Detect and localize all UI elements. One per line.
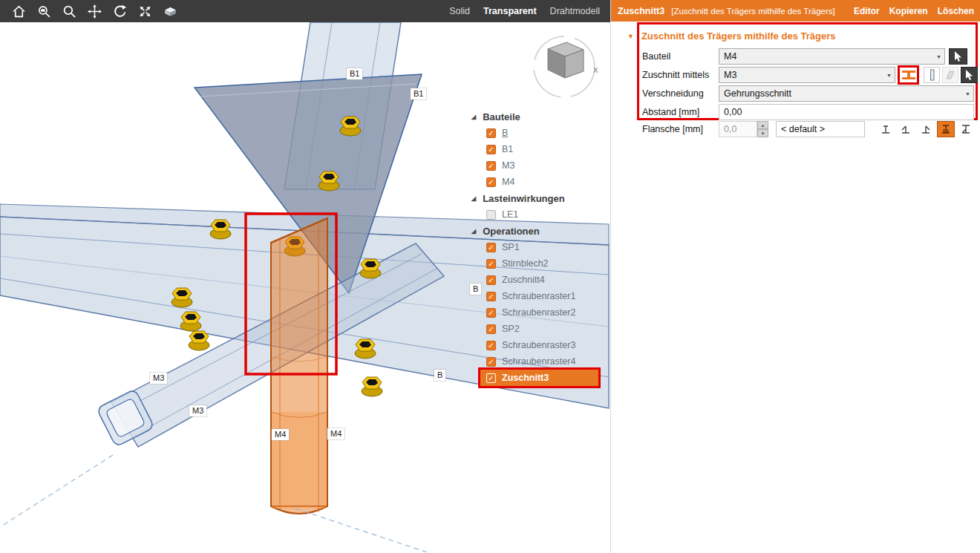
tree-item-m3[interactable]: M3 <box>466 157 607 174</box>
verschneidung-select[interactable]: Gehrungsschnitt ▼ <box>719 85 974 102</box>
expander-icon[interactable]: ◢ <box>471 195 476 202</box>
chevron-down-icon: ▼ <box>965 91 970 96</box>
form-row-verschneidung: Verschneidung Gehrungsschnitt ▼ <box>611 85 980 102</box>
checkbox[interactable] <box>486 145 496 154</box>
tree-group-label: Lasteinwirkungen <box>483 193 565 204</box>
rotate-icon <box>113 4 127 19</box>
tree-item-stirnblech2[interactable]: Stirnblech2 <box>466 255 607 272</box>
tree-item-schraubenraster4[interactable]: Schraubenraster4 <box>466 353 607 370</box>
checkbox[interactable] <box>486 292 496 301</box>
flange-cut-notch-button[interactable] <box>937 121 955 137</box>
flange-chamfer-left-icon <box>900 123 912 135</box>
tree-item-label: Stirnblech2 <box>502 258 549 269</box>
tree-group-operationen[interactable]: ◢ Operationen <box>466 223 607 239</box>
tree-item-schraubenraster1[interactable]: Schraubenraster1 <box>466 288 607 304</box>
home-button[interactable] <box>6 0 31 22</box>
tree-item-sp1[interactable]: SP1 <box>466 239 607 255</box>
bauteil-select[interactable]: M4 ▼ <box>719 48 945 65</box>
operation-title: Zuschnitt3 <box>618 6 664 16</box>
stepper-up-icon[interactable]: ▲ <box>757 121 768 129</box>
stepper-down-icon[interactable]: ▼ <box>757 129 768 137</box>
form-row-bauteil: Bauteil M4 ▼ <box>611 48 980 65</box>
view-cube[interactable]: x <box>534 36 598 97</box>
checkbox[interactable] <box>486 341 496 350</box>
delete-button[interactable]: Löschen <box>938 6 974 16</box>
zoom-button[interactable] <box>56 0 82 22</box>
tree-item-label: Schraubenraster1 <box>502 291 575 301</box>
tree-group-bauteile[interactable]: ◢ Bauteile <box>466 108 607 125</box>
flange-cut-full-button[interactable] <box>957 121 975 137</box>
tree-item-b[interactable]: B <box>466 125 607 141</box>
tree-item-zuschnitt3[interactable]: Zuschnitt3 <box>480 370 598 386</box>
pan-icon <box>88 4 102 19</box>
view-mode-solid[interactable]: Solid <box>449 6 470 16</box>
pan-button[interactable] <box>82 0 107 22</box>
flansche-default-select[interactable]: < default > <box>776 121 865 137</box>
tree-group-lasteinwirkungen[interactable]: ◢ Lasteinwirkungen <box>466 190 607 206</box>
display-box-icon <box>163 4 177 19</box>
member-label-b1-b: B1 <box>411 88 426 99</box>
flange-cut-chamfer-right-button[interactable] <box>917 121 935 137</box>
expander-icon[interactable]: ◢ <box>471 114 476 120</box>
editor-button[interactable]: Editor <box>854 6 880 16</box>
bauteil-value: M4 <box>724 51 736 62</box>
flansche-stepper[interactable]: ▲ ▼ <box>757 121 768 137</box>
cursor-icon <box>964 70 974 81</box>
pick-member-button[interactable] <box>949 48 967 65</box>
flange-cut-chamfer-left-button[interactable] <box>897 121 915 137</box>
view-mode-transparent[interactable]: Transparent <box>483 6 537 16</box>
panel-actions: Editor Kopieren Löschen <box>854 6 974 16</box>
collapse-arrow-icon[interactable]: ▼ <box>627 33 634 40</box>
tree-item-zuschnitt4[interactable]: Zuschnitt4 <box>466 272 607 288</box>
panel-header: Zuschnitt3 [Zuschnitt des Trägers mithil… <box>611 0 980 22</box>
zoom-window-button[interactable] <box>31 0 56 22</box>
abstand-input[interactable]: 0,00 <box>719 104 974 120</box>
checkbox[interactable] <box>486 259 496 269</box>
member-label-m4-b: M4 <box>327 428 344 439</box>
tree-item-m4[interactable]: M4 <box>466 174 607 190</box>
view-mode-switch: Solid Transparent Drahtmodell <box>449 6 600 16</box>
viewport-toolbar: Solid Transparent Drahtmodell <box>0 0 610 22</box>
checkbox[interactable] <box>486 357 496 367</box>
checkbox[interactable] <box>486 210 496 220</box>
flansche-value: 0,0 <box>724 124 736 134</box>
checkbox[interactable] <box>486 128 496 138</box>
flansche-input[interactable]: 0,0 <box>719 121 757 137</box>
checkbox[interactable] <box>486 243 496 252</box>
tree-item-schraubenraster2[interactable]: Schraubenraster2 <box>466 304 607 321</box>
tree-item-sp2[interactable]: SP2 <box>466 321 607 337</box>
checkbox[interactable] <box>486 324 496 334</box>
checkbox[interactable] <box>486 161 496 171</box>
checkbox[interactable] <box>486 308 496 318</box>
tree-item-label: B1 <box>502 144 513 154</box>
pick-cutting-member-button[interactable] <box>961 67 978 83</box>
tree-group-label: Operationen <box>483 226 540 237</box>
expander-icon[interactable]: ◢ <box>471 228 476 235</box>
fit-view-button[interactable] <box>132 0 157 22</box>
tree-item-label: Schraubenraster2 <box>502 307 575 318</box>
member-m4-highlighted[interactable] <box>271 218 327 514</box>
checkbox[interactable] <box>486 373 496 383</box>
tree-item-label: M3 <box>502 160 514 171</box>
viewport-3d[interactable]: x B1 B1 M3 M3 M4 M4 B B ◢ Bauteile B B1 <box>0 22 610 553</box>
cut-by-plate-button[interactable] <box>924 67 940 83</box>
properties-panel: Zuschnitt3 [Zuschnitt des Trägers mithil… <box>610 0 980 553</box>
flange-full-icon <box>960 123 972 135</box>
copy-button[interactable]: Kopieren <box>889 6 928 16</box>
zuschnitt-mittels-select[interactable]: M3 ▼ <box>719 67 895 83</box>
checkbox[interactable] <box>486 177 496 187</box>
tree-item-schraubenraster3[interactable]: Schraubenraster3 <box>466 337 607 353</box>
rotate-button[interactable] <box>107 0 132 22</box>
tree-item-le1[interactable]: LE1 <box>466 206 607 223</box>
display-box-button[interactable] <box>157 0 183 22</box>
tree-item-b1[interactable]: B1 <box>466 141 607 157</box>
tree-item-label: M4 <box>502 177 514 187</box>
view-mode-wireframe[interactable]: Drahtmodell <box>550 6 600 16</box>
flange-cut-straight-button[interactable] <box>877 121 895 137</box>
cursor-icon <box>953 51 963 62</box>
section-header[interactable]: ▼ Zuschnitt des Trägers mithilfe des Trä… <box>627 30 835 42</box>
zuschnitt-mittels-value: M3 <box>724 70 736 80</box>
tree-item-label: SP2 <box>502 324 520 334</box>
cut-by-beam-button[interactable] <box>898 65 919 85</box>
checkbox[interactable] <box>486 275 496 285</box>
